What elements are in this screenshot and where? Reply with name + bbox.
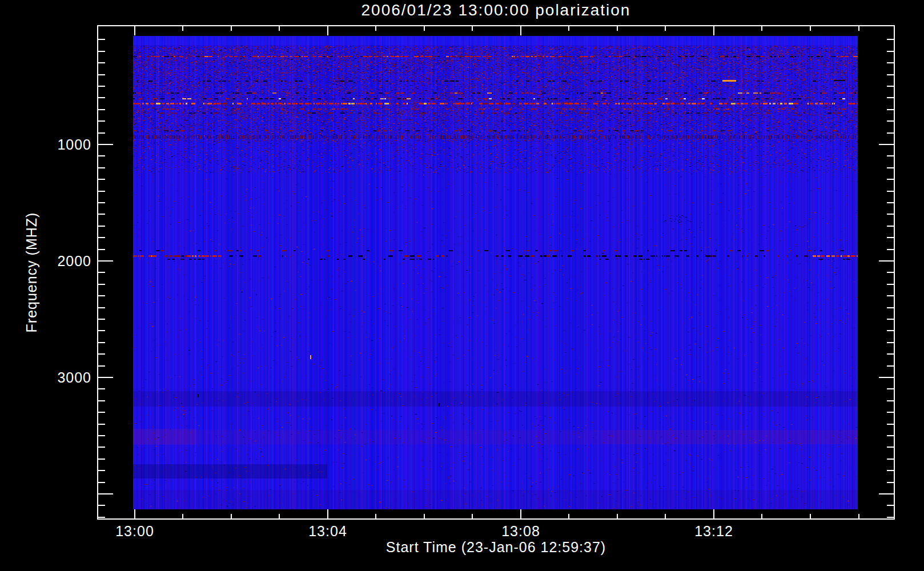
tick-mark bbox=[98, 470, 105, 471]
tick-mark bbox=[887, 388, 894, 389]
tick-mark bbox=[98, 424, 105, 425]
tick-mark bbox=[887, 39, 894, 40]
tick-mark bbox=[887, 353, 894, 355]
tick-mark bbox=[98, 132, 105, 134]
tick-mark bbox=[810, 26, 811, 31]
tick-mark bbox=[98, 365, 105, 367]
tick-mark bbox=[887, 365, 894, 367]
x-tick-label-1300: 13:00 bbox=[89, 523, 180, 540]
tick-mark bbox=[134, 509, 135, 518]
tick-mark bbox=[98, 330, 105, 331]
x-tick-label-1308: 13:08 bbox=[475, 523, 567, 540]
tick-mark bbox=[98, 482, 105, 483]
tick-mark bbox=[887, 191, 894, 192]
tick-mark bbox=[98, 412, 105, 413]
tick-mark bbox=[887, 435, 894, 436]
tick-mark bbox=[327, 26, 328, 35]
tick-mark bbox=[887, 249, 894, 250]
tick-mark bbox=[375, 26, 376, 31]
tick-mark bbox=[887, 202, 894, 203]
tick-mark bbox=[879, 144, 894, 145]
y-axis-label: Frequency (MHZ) bbox=[23, 212, 40, 333]
tick-mark bbox=[761, 26, 762, 31]
tick-mark bbox=[887, 470, 894, 471]
tick-mark bbox=[98, 226, 105, 227]
tick-mark bbox=[231, 26, 232, 31]
tick-mark bbox=[858, 26, 859, 31]
y-tick-label-2000: 2000 bbox=[10, 253, 91, 269]
tick-mark bbox=[887, 51, 894, 52]
tick-mark bbox=[98, 144, 113, 145]
tick-mark bbox=[231, 514, 232, 518]
tick-mark bbox=[98, 237, 105, 238]
tick-mark bbox=[98, 202, 105, 203]
tick-mark bbox=[887, 179, 894, 180]
tick-mark bbox=[98, 155, 105, 156]
tick-mark bbox=[887, 74, 894, 75]
tick-mark bbox=[887, 237, 894, 238]
tick-mark bbox=[887, 459, 894, 460]
x-tick-label-1304: 13:04 bbox=[282, 523, 373, 540]
tick-mark bbox=[424, 514, 425, 518]
tick-mark bbox=[98, 353, 105, 355]
tick-mark bbox=[887, 424, 894, 425]
tick-mark bbox=[424, 26, 425, 31]
tick-mark bbox=[887, 447, 894, 448]
tick-mark bbox=[887, 214, 894, 215]
tick-mark bbox=[887, 97, 894, 98]
tick-mark bbox=[327, 509, 328, 518]
tick-mark bbox=[98, 307, 105, 308]
tick-mark bbox=[134, 26, 135, 35]
tick-mark bbox=[887, 330, 894, 331]
tick-mark bbox=[665, 514, 666, 518]
tick-mark bbox=[887, 400, 894, 401]
tick-mark bbox=[98, 167, 105, 168]
tick-mark bbox=[887, 155, 894, 156]
tick-mark bbox=[98, 459, 105, 460]
tick-mark bbox=[98, 74, 105, 75]
tick-mark bbox=[761, 514, 762, 518]
tick-mark bbox=[279, 514, 280, 518]
tick-mark bbox=[617, 26, 618, 31]
x-tick-label-1312: 13:12 bbox=[668, 523, 760, 540]
tick-mark bbox=[879, 377, 894, 378]
y-tick-label-1000: 1000 bbox=[10, 136, 91, 152]
tick-mark bbox=[887, 132, 894, 134]
tick-mark bbox=[98, 493, 113, 494]
tick-mark bbox=[375, 514, 376, 518]
tick-mark bbox=[887, 62, 894, 63]
y-tick-label-3000: 3000 bbox=[10, 369, 91, 385]
tick-mark bbox=[98, 39, 105, 40]
tick-mark bbox=[98, 435, 105, 436]
tick-mark bbox=[98, 97, 105, 98]
tick-mark bbox=[98, 295, 105, 296]
tick-mark bbox=[713, 509, 714, 518]
tick-mark bbox=[887, 295, 894, 296]
tick-mark bbox=[568, 26, 569, 31]
tick-mark bbox=[98, 284, 105, 285]
tick-mark bbox=[98, 388, 105, 389]
tick-mark bbox=[665, 26, 666, 31]
tick-mark bbox=[472, 26, 473, 31]
tick-mark bbox=[98, 319, 105, 320]
tick-mark bbox=[98, 86, 105, 87]
tick-mark bbox=[887, 482, 894, 483]
tick-mark bbox=[98, 214, 105, 215]
tick-mark bbox=[887, 120, 894, 122]
tick-mark bbox=[887, 226, 894, 227]
tick-mark bbox=[98, 62, 105, 63]
tick-mark bbox=[98, 505, 105, 506]
tick-mark bbox=[879, 260, 894, 262]
tick-mark bbox=[713, 26, 714, 35]
tick-mark bbox=[279, 26, 280, 31]
tick-mark bbox=[887, 284, 894, 285]
tick-mark bbox=[887, 86, 894, 87]
tick-mark bbox=[98, 342, 105, 343]
tick-mark bbox=[98, 260, 113, 262]
tick-mark bbox=[182, 514, 183, 518]
tick-mark bbox=[858, 514, 859, 518]
plot-frame bbox=[97, 25, 895, 520]
tick-mark bbox=[98, 191, 105, 192]
tick-mark bbox=[182, 26, 183, 31]
tick-mark bbox=[98, 517, 105, 518]
